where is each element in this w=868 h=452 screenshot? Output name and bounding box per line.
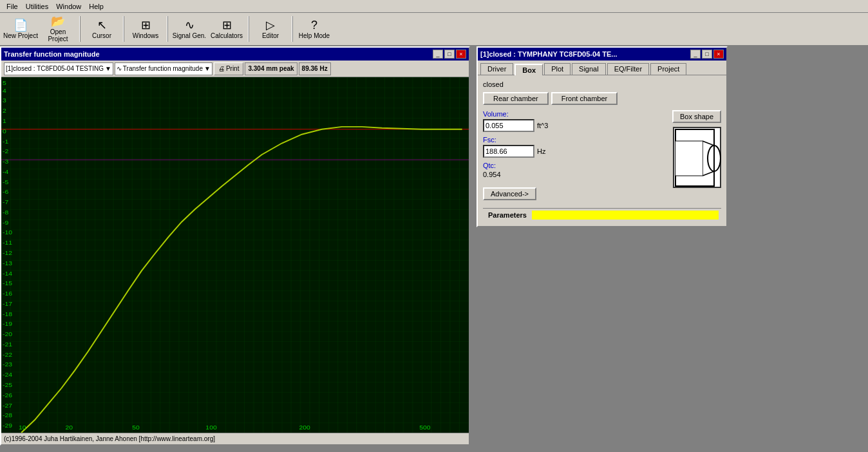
tab-plot[interactable]: Plot	[544, 63, 571, 75]
params-progress-bar	[532, 211, 719, 220]
tab-eq-filter[interactable]: EQ/Filter	[607, 63, 649, 75]
help-mode-icon: ?	[311, 19, 317, 31]
panel-minimize-button[interactable]: _	[690, 50, 701, 59]
svg-text:4: 4	[3, 87, 6, 94]
svg-text:100: 100	[205, 424, 217, 431]
svg-text:500: 500	[419, 424, 431, 431]
svg-text:-8: -8	[3, 209, 9, 216]
svg-text:3: 3	[3, 97, 6, 104]
svg-text:200: 200	[299, 424, 311, 431]
channel-dropdown[interactable]: [1]closed : TC8FD05-04 TESTING ▼	[4, 62, 113, 75]
tab-driver[interactable]: Driver	[480, 63, 513, 75]
channel-dropdown-arrow: ▼	[105, 65, 111, 72]
panel-restore-button[interactable]: □	[702, 50, 712, 59]
calculators-button[interactable]: ⊞ Calculators	[209, 14, 245, 44]
svg-text:-28: -28	[3, 412, 12, 419]
cursor-icon: ↖	[97, 19, 107, 31]
closed-label: closed	[483, 80, 721, 88]
measure-type-label: Transfer function magnitude	[123, 65, 203, 72]
separator-5	[292, 16, 293, 42]
svg-text:2: 2	[3, 107, 6, 114]
cursor-button[interactable]: ↖ Cursor	[84, 14, 120, 44]
svg-text:10: 10	[19, 424, 26, 431]
editor-icon: ▷	[266, 19, 275, 31]
new-project-icon: 📄	[14, 19, 28, 31]
svg-text:-29: -29	[3, 422, 12, 429]
print-button[interactable]: 🖨 Print	[214, 62, 244, 75]
graph-svg: 0 -1 -2 -3 -4 -5 -6 -7 -8 -9 -10 -11 -12…	[1, 77, 469, 433]
new-project-button[interactable]: 📄 New Project	[3, 14, 39, 44]
measure-type-icon: ∿	[117, 65, 122, 72]
panel-close-button[interactable]: ×	[713, 50, 724, 59]
chamber-buttons: Rear chamber Front chamber	[483, 92, 721, 105]
svg-text:-17: -17	[3, 300, 12, 307]
graph-title: Transfer function magnitude	[4, 50, 100, 58]
peak-display: 3.304 mm peak	[245, 62, 297, 75]
svg-text:-23: -23	[3, 361, 12, 368]
measure-dropdown-arrow: ▼	[204, 65, 211, 72]
cursor-label: Cursor	[92, 32, 111, 39]
editor-label: Editor	[262, 32, 279, 39]
svg-text:-25: -25	[3, 381, 12, 388]
open-project-button[interactable]: 📂 Open Project	[40, 14, 76, 44]
panel-win-controls: _ □ ×	[690, 50, 724, 59]
box-shape-button[interactable]: Box shape	[672, 110, 721, 123]
editor-button[interactable]: ▷ Editor	[252, 14, 288, 44]
tab-project[interactable]: Project	[650, 63, 686, 75]
box-panel: [1]closed : TYMPHANY TC8FD05-04 TE... _ …	[476, 46, 728, 227]
qtc-value: 0.954	[483, 171, 501, 178]
graph-close-button[interactable]: ×	[456, 50, 466, 59]
freq-display: 89.36 Hz	[299, 62, 331, 75]
panel-tabs: Driver Box Plot Signal EQ/Filter Project	[478, 61, 726, 75]
speaker-diagram	[673, 127, 721, 188]
main-area: Transfer function magnitude _ □ × [1]clo…	[0, 46, 868, 439]
svg-text:-19: -19	[3, 321, 12, 328]
open-project-icon: 📂	[51, 15, 65, 27]
statusbar-text: (c)1996-2004 Juha Hartikainen, Janne Aho…	[4, 435, 215, 442]
signal-gen-label: Signal Gen.	[173, 32, 206, 39]
params-bar: Parameters	[483, 208, 721, 221]
menu-help[interactable]: Help	[85, 1, 108, 12]
svg-text:-22: -22	[3, 351, 12, 358]
advanced-button[interactable]: Advanced->	[483, 187, 536, 200]
measure-dropdown[interactable]: ∿ Transfer function magnitude ▼	[115, 62, 212, 75]
graph-canvas[interactable]: 0 -1 -2 -3 -4 -5 -6 -7 -8 -9 -10 -11 -12…	[1, 77, 469, 433]
help-mode-button[interactable]: ? Help Mode	[296, 14, 332, 44]
svg-text:1: 1	[3, 117, 6, 124]
tab-box[interactable]: Box	[514, 64, 543, 75]
menubar: File Utilities Window Help	[0, 0, 868, 13]
peak-value: 3.304 mm peak	[248, 65, 294, 72]
svg-text:-13: -13	[3, 259, 12, 267]
separator-2	[123, 16, 124, 42]
windows-button[interactable]: ⊞ Windows	[127, 14, 164, 44]
svg-text:5: 5	[3, 79, 6, 86]
fsc-input[interactable]	[483, 145, 534, 158]
graph-toolbar: [1]closed : TC8FD05-04 TESTING ▼ ∿ Trans…	[1, 61, 469, 77]
svg-text:-4: -4	[3, 168, 9, 175]
rear-chamber-button[interactable]: Rear chamber	[483, 92, 549, 105]
menu-file[interactable]: File	[3, 1, 22, 12]
svg-text:-24: -24	[3, 371, 12, 378]
separator-3	[167, 16, 168, 42]
svg-text:-12: -12	[3, 249, 12, 256]
menu-utilities[interactable]: Utilities	[22, 1, 52, 12]
panel-titlebar: [1]closed : TYMPHANY TC8FD05-04 TE... _ …	[478, 48, 726, 61]
svg-text:-18: -18	[3, 310, 12, 317]
svg-text:0: 0	[3, 127, 6, 135]
svg-rect-57	[675, 141, 703, 176]
tab-signal[interactable]: Signal	[572, 63, 606, 75]
svg-text:-7: -7	[3, 198, 9, 205]
front-chamber-button[interactable]: Front chamber	[551, 92, 618, 105]
graph-minimize-button[interactable]: _	[433, 50, 443, 59]
svg-text:-3: -3	[3, 158, 9, 165]
svg-text:-10: -10	[3, 229, 12, 236]
fsc-unit: Hz	[537, 147, 545, 155]
menu-window[interactable]: Window	[52, 1, 85, 12]
calculators-label: Calculators	[211, 32, 243, 39]
signal-gen-button[interactable]: ∿ Signal Gen.	[171, 14, 207, 44]
svg-text:-16: -16	[3, 290, 12, 297]
volume-input[interactable]	[483, 119, 534, 132]
graph-maximize-button[interactable]: □	[444, 50, 455, 59]
windows-icon: ⊞	[141, 19, 151, 31]
freq-value: 89.36 Hz	[302, 65, 328, 72]
